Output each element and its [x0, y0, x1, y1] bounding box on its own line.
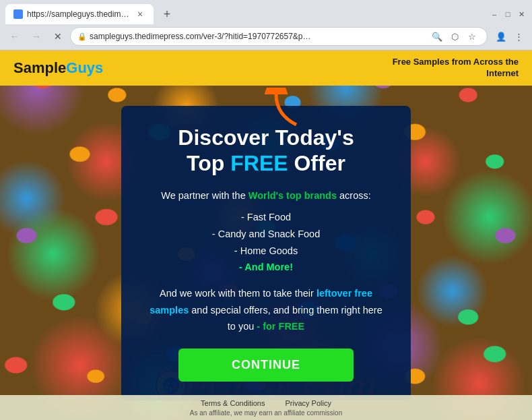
modal-para2-start: And we work with them to take their	[160, 288, 317, 299]
active-tab[interactable]: https://sampleguys.thedimepres… ×	[5, 4, 154, 24]
url-text: sampleguys.thedimepress.com/ver-3/?hitid…	[90, 32, 426, 41]
modal-list: - Fast Food - Candy and Snack Food - Hom…	[145, 209, 387, 276]
list-item: - Fast Food	[145, 209, 387, 226]
search-url-icon[interactable]: 🔍	[429, 28, 445, 44]
tagline-line2: Internet	[486, 68, 519, 78]
modal-para2: And we work with them to take their left…	[145, 285, 387, 335]
share-icon[interactable]: ⬡	[446, 28, 463, 44]
modal-popup: Discover Today's Top FREE Offer We partn…	[121, 106, 411, 400]
maximize-button[interactable]: □	[502, 9, 513, 20]
minimize-button[interactable]: –	[489, 9, 500, 20]
terms-link[interactable]: Terms & Conditions	[201, 399, 265, 407]
tab-favicon	[13, 9, 23, 19]
site-logo: SampleGuys	[13, 59, 103, 77]
page-footer: Terms & Conditions Privacy Policy As an …	[0, 395, 532, 420]
bookmark-icon[interactable]: ☆	[464, 28, 480, 44]
window-controls: – □ ✕	[489, 9, 527, 20]
url-actions: 🔍 ⬡ ☆	[429, 28, 480, 44]
url-bar[interactable]: 🔒 sampleguys.thedimepress.com/ver-3/?hit…	[70, 27, 488, 46]
modal-title-line2-start: Top	[187, 151, 230, 175]
modal-brands-link[interactable]: World's top brands	[248, 190, 337, 201]
modal-title-line2-end: Offer	[288, 151, 345, 175]
address-bar: ← → ✕ 🔒 sampleguys.thedimepress.com/ver-…	[0, 24, 532, 50]
modal-title-free: FREE	[230, 151, 288, 175]
forward-button[interactable]: →	[27, 27, 46, 46]
site-header: SampleGuys Free Samples from Across the …	[0, 51, 532, 86]
page-content: SampleGuys Free Samples from Across the …	[0, 51, 532, 420]
tab-close-button[interactable]: ×	[135, 9, 145, 20]
list-item: - Candy and Snack Food	[145, 226, 387, 243]
new-tab-button[interactable]: +	[158, 5, 176, 24]
browser-window: https://sampleguys.thedimepres… × + – □ …	[0, 0, 532, 420]
footer-disclaimer: As an affiliate, we may earn an affiliat…	[0, 409, 532, 417]
footer-links: Terms & Conditions Privacy Policy	[0, 399, 532, 407]
list-item: - Home Goods	[145, 243, 387, 260]
modal-intro-text: We partner with the	[161, 190, 248, 201]
modal-overlay: Discover Today's Top FREE Offer We partn…	[0, 86, 532, 420]
lock-icon: 🔒	[77, 32, 87, 41]
privacy-link[interactable]: Privacy Policy	[285, 399, 331, 407]
reload-button[interactable]: ✕	[48, 27, 67, 46]
logo-guys-text: Guys	[66, 59, 103, 76]
browser-menu-buttons: 👤 ⋮	[493, 28, 527, 44]
tab-bar: https://sampleguys.thedimepres… × + – □ …	[0, 0, 532, 24]
logo-sample-text: Sample	[13, 59, 66, 76]
back-button[interactable]: ←	[5, 27, 24, 46]
modal-body: We partner with the World's top brands a…	[145, 187, 387, 335]
menu-icon[interactable]: ⋮	[510, 28, 527, 44]
browser-chrome: https://sampleguys.thedimepres… × + – □ …	[0, 0, 532, 51]
tagline-line1: Free Samples from Across the	[393, 57, 519, 67]
modal-intro-end: across:	[337, 190, 371, 201]
close-window-button[interactable]: ✕	[516, 9, 527, 20]
modal-title: Discover Today's Top FREE Offer	[145, 125, 387, 177]
arrow-indicator	[263, 88, 310, 131]
list-item: - And More!	[145, 259, 387, 276]
modal-intro-paragraph: We partner with the World's top brands a…	[145, 187, 387, 204]
tab-title: https://sampleguys.thedimepres…	[27, 9, 131, 19]
modal-for-free: - for FREE	[257, 321, 304, 332]
arrow-svg	[263, 88, 310, 128]
continue-button[interactable]: CONTINUE	[178, 349, 354, 382]
header-tagline: Free Samples from Across the Internet	[393, 57, 519, 80]
profile-icon[interactable]: 👤	[493, 28, 509, 44]
